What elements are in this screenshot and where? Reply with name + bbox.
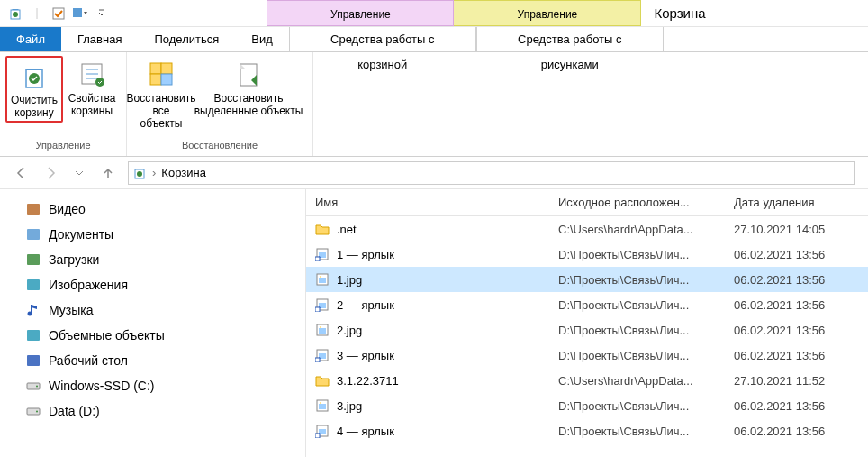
nav-item[interactable]: Объемные объекты	[0, 323, 305, 348]
nav-item[interactable]: Документы	[0, 222, 305, 247]
recycle-bin-icon	[7, 5, 23, 22]
svg-point-48	[320, 402, 321, 404]
recycle-bin-icon	[19, 59, 50, 92]
customize-qat-icon[interactable]	[94, 5, 110, 22]
ribbon-tabs: Файл Главная Поделиться Вид Средства раб…	[0, 27, 868, 52]
nav-item[interactable]: Загрузки	[0, 247, 305, 272]
tab-home[interactable]: Главная	[61, 27, 138, 51]
shortcut-icon	[315, 424, 330, 438]
breadcrumb-separator-icon[interactable]: ›	[152, 166, 156, 179]
shortcut-icon	[315, 348, 330, 362]
svg-rect-35	[319, 278, 326, 283]
file-date: 06.02.2021 13:56	[725, 298, 868, 312]
image-icon	[315, 272, 330, 287]
svg-rect-47	[319, 404, 326, 409]
svg-rect-39	[315, 307, 320, 312]
nav-back-button[interactable]	[13, 164, 31, 182]
file-row[interactable]: 1.jpgD:\Проекты\Связь\Лич...06.02.2021 1…	[306, 267, 868, 292]
nav-item-label: Видео	[49, 202, 86, 216]
file-date: 06.02.2021 13:56	[725, 349, 868, 362]
svg-point-42	[320, 326, 321, 328]
file-date: 27.10.2021 11:52	[725, 374, 868, 388]
column-header-name[interactable]: Имя	[306, 196, 549, 209]
breadcrumb-location[interactable]: Корзина	[161, 166, 206, 179]
context-tab-header-recycle: Управление	[267, 0, 454, 26]
file-row[interactable]: 4 — ярлыкD:\Проекты\Связь\Лич...06.02.20…	[306, 418, 868, 443]
address-box[interactable]: › Корзина	[128, 161, 855, 185]
nav-item[interactable]: Музыка	[0, 297, 305, 323]
file-name: 2.jpg	[337, 324, 362, 337]
nav-item[interactable]: Изображения	[0, 272, 305, 297]
nav-item-label: Изображения	[49, 278, 128, 292]
nav-item[interactable]: Рабочий стол	[0, 348, 305, 373]
svg-rect-41	[319, 328, 326, 334]
svg-rect-33	[315, 257, 320, 261]
ribbon-button-restore-all[interactable]: Восстановитьвсе объекты	[132, 56, 190, 132]
checkbox-icon[interactable]	[50, 5, 67, 22]
content-area: ВидеоДокументыЗагрузкиИзображенияМузыкаО…	[0, 189, 868, 457]
column-headers: Имя Исходное расположен... Дата удаления	[306, 189, 868, 216]
ribbon-button-label: корзины	[71, 105, 113, 117]
svg-point-1	[13, 12, 18, 17]
file-row[interactable]: .netC:\Users\hardr\AppData...27.10.2021 …	[306, 216, 868, 242]
column-header-location[interactable]: Исходное расположен...	[549, 196, 725, 209]
svg-rect-21	[27, 229, 40, 240]
svg-rect-23	[27, 279, 40, 290]
tab-recycle-tools[interactable]: Средства работы с корзиной	[289, 27, 476, 51]
drive-icon	[25, 378, 41, 394]
ribbon-button-label: Свойства	[68, 92, 116, 105]
svg-point-30	[36, 411, 38, 413]
file-row[interactable]: 1 — ярлыкD:\Проекты\Связь\Лич...06.02.20…	[306, 242, 868, 267]
file-name: .net	[337, 223, 357, 236]
ribbon-button-restore-selected[interactable]: Восстановитьвыделенные объекты	[190, 56, 307, 119]
ribbon-button-properties[interactable]: Свойствакорзины	[63, 56, 121, 119]
svg-rect-3	[53, 8, 64, 19]
ribbon-button-recycle-bin[interactable]: Очиститькорзину	[5, 56, 63, 123]
file-date: 06.02.2021 13:56	[725, 399, 868, 413]
nav-item-label: Объемные объекты	[49, 328, 165, 343]
nav-item-label: Музыка	[49, 303, 94, 317]
svg-point-12	[95, 78, 104, 87]
downloads-icon	[25, 251, 41, 268]
file-row[interactable]: 3 — ярлыкD:\Проекты\Связь\Лич...06.02.20…	[306, 343, 868, 368]
file-date: 27.10.2021 14:05	[725, 223, 868, 236]
file-row[interactable]: 2 — ярлыкD:\Проекты\Связь\Лич...06.02.20…	[306, 292, 868, 317]
svg-rect-15	[150, 74, 161, 85]
restore-all-icon	[146, 58, 176, 90]
ribbon-group-label: Управление	[0, 140, 126, 156]
window-title: Корзина	[641, 0, 718, 26]
tab-share[interactable]: Поделиться	[138, 27, 235, 51]
file-row[interactable]: 3.jpgD:\Проекты\Связь\Лич...06.02.2021 1…	[306, 393, 868, 418]
tab-view[interactable]: Вид	[235, 27, 289, 51]
address-bar: › Корзина	[0, 157, 868, 189]
recycle-bin-icon	[132, 166, 147, 180]
tab-picture-tools[interactable]: Средства работы с рисунками	[476, 27, 664, 51]
tab-file[interactable]: Файл	[0, 27, 61, 51]
nav-forward-button[interactable]	[41, 164, 59, 182]
column-header-date[interactable]: Дата удаления	[725, 196, 868, 209]
file-row[interactable]: 2.jpgD:\Проекты\Связь\Лич...06.02.2021 1…	[306, 317, 868, 343]
file-name: 1.jpg	[337, 273, 362, 287]
desktop-icon	[25, 352, 41, 369]
folder-icon	[315, 373, 330, 388]
file-rows: .netC:\Users\hardr\AppData...27.10.2021 …	[306, 216, 868, 457]
file-row[interactable]: 3.1.22.3711C:\Users\hardr\AppData...27.1…	[306, 368, 868, 393]
file-location: D:\Проекты\Связь\Лич...	[549, 399, 725, 413]
view-dropdown-icon[interactable]	[72, 5, 88, 22]
nav-item[interactable]: Windows-SSD (C:)	[0, 373, 305, 398]
nav-recent-dropdown[interactable]	[70, 164, 88, 182]
image-icon	[315, 398, 330, 413]
properties-icon	[77, 58, 107, 90]
ribbon-button-label: корзину	[14, 106, 53, 119]
music-icon	[25, 302, 41, 318]
nav-item[interactable]: Data (D:)	[0, 398, 305, 424]
nav-item[interactable]: Видео	[0, 197, 305, 222]
file-date: 06.02.2021 13:56	[725, 273, 868, 287]
svg-rect-20	[27, 204, 40, 215]
3d-icon	[25, 327, 41, 343]
svg-rect-14	[161, 63, 172, 74]
pictures-icon	[25, 277, 41, 293]
nav-up-button[interactable]	[99, 164, 117, 182]
file-name: 3.1.22.3711	[337, 374, 399, 388]
svg-rect-22	[27, 254, 40, 265]
